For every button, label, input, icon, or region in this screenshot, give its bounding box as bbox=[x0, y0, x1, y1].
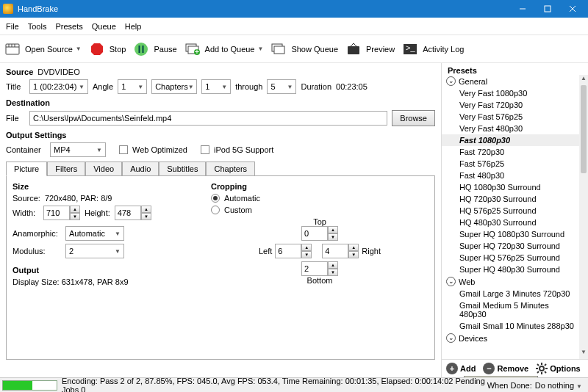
pause-button[interactable]: Pause bbox=[133, 41, 179, 57]
preset-item[interactable]: Very Fast 480p30 bbox=[442, 123, 579, 134]
preset-item[interactable]: Gmail Medium 5 Minutes 480p30 bbox=[442, 300, 579, 320]
svg-rect-4 bbox=[6, 44, 19, 54]
file-input[interactable] bbox=[29, 111, 387, 126]
anamorphic-label: Anamorphic: bbox=[12, 229, 61, 238]
tabstrip: Picture Filters Video Audio Subtitles Ch… bbox=[6, 161, 435, 176]
file-label: File bbox=[6, 114, 25, 123]
menu-tools[interactable]: Tools bbox=[28, 22, 47, 31]
crop-right-spin[interactable]: ▲▼ bbox=[322, 244, 359, 258]
activity-log-button[interactable]: >_ Activity Log bbox=[402, 41, 467, 57]
stop-button[interactable]: Stop bbox=[89, 41, 129, 57]
svg-rect-19 bbox=[348, 46, 359, 54]
crop-right-label: Right bbox=[362, 247, 381, 255]
crop-left-label: Left bbox=[259, 247, 272, 255]
add-to-queue-button[interactable]: + Add to Queue ▼ bbox=[184, 41, 267, 57]
when-done-select[interactable]: Do nothing ▼ bbox=[535, 381, 582, 390]
preset-add-button[interactable]: +Add bbox=[446, 363, 476, 374]
preset-actions: +Add −Remove Options Add a new preset. bbox=[442, 359, 588, 377]
crop-left-spin[interactable]: ▲▼ bbox=[275, 244, 312, 258]
preset-item[interactable]: Fast 480p30 bbox=[442, 170, 579, 181]
main: Source DVDVIDEO Title 1 (00:23:04)▼ Angl… bbox=[0, 63, 588, 377]
menu-presets[interactable]: Presets bbox=[55, 22, 82, 31]
preset-item[interactable]: Gmail Large 3 Minutes 720p30 bbox=[442, 288, 579, 300]
height-spin[interactable]: ▲▼ bbox=[115, 206, 151, 220]
preset-item[interactable]: Super HQ 720p30 Surround bbox=[442, 240, 579, 252]
close-button[interactable] bbox=[560, 0, 585, 18]
crop-bottom-spin[interactable]: ▲▼ bbox=[301, 261, 338, 276]
crop-top-spin[interactable]: ▲▼ bbox=[301, 226, 338, 241]
maximize-button[interactable] bbox=[535, 0, 560, 18]
container-label: Container bbox=[6, 145, 46, 154]
minimize-button[interactable] bbox=[510, 0, 535, 18]
browse-button[interactable]: Browse bbox=[392, 110, 435, 126]
modulus-select[interactable]: 2▼ bbox=[65, 244, 124, 258]
preset-group-general[interactable]: ⌄General bbox=[442, 75, 579, 87]
status-text: Encoding: Pass 2 of 2, 87.85%, FPS: 045.… bbox=[62, 377, 487, 393]
toolbar: Open Source ▼ Stop Pause + Add to Queue … bbox=[0, 35, 588, 63]
preset-item[interactable]: Fast 1080p30 bbox=[442, 134, 579, 146]
tab-subtitles[interactable]: Subtitles bbox=[159, 161, 206, 175]
preset-list[interactable]: ⌄General Very Fast 1080p30Very Fast 720p… bbox=[442, 75, 588, 359]
preset-item[interactable]: Fast 576p25 bbox=[442, 158, 579, 170]
left-pane: Source DVDVIDEO Title 1 (00:23:04)▼ Angl… bbox=[0, 63, 441, 377]
preset-group-devices[interactable]: ⌄Devices bbox=[442, 332, 579, 344]
angle-label: Angle bbox=[93, 82, 113, 91]
preset-item[interactable]: HQ 480p30 Surround bbox=[442, 217, 579, 228]
tab-picture-content: Size Source: 720x480, PAR: 8/9 Width: ▲▼… bbox=[6, 176, 435, 360]
svg-rect-11 bbox=[139, 46, 140, 53]
tab-audio[interactable]: Audio bbox=[122, 161, 159, 175]
app-icon bbox=[3, 4, 13, 14]
preset-item[interactable]: HQ 720p30 Surround bbox=[442, 193, 579, 205]
ipod-checkbox[interactable] bbox=[201, 145, 209, 154]
terminal-icon: >_ bbox=[402, 41, 418, 57]
preset-item[interactable]: Super HQ 1080p30 Surround bbox=[442, 228, 579, 240]
tab-chapters[interactable]: Chapters bbox=[206, 161, 255, 175]
menu-help[interactable]: Help bbox=[125, 22, 142, 31]
menu-file[interactable]: File bbox=[6, 22, 19, 31]
crop-automatic-radio[interactable] bbox=[211, 194, 220, 203]
anamorphic-select[interactable]: Automatic▼ bbox=[65, 226, 124, 241]
svg-line-31 bbox=[545, 364, 546, 366]
pause-icon bbox=[133, 41, 149, 57]
show-queue-button[interactable]: Show Queue bbox=[270, 41, 341, 57]
crop-custom-radio[interactable] bbox=[211, 206, 220, 214]
open-source-button[interactable]: Open Source ▼ bbox=[4, 41, 85, 57]
preset-item[interactable]: Very Fast 576p25 bbox=[442, 111, 579, 123]
tab-picture[interactable]: Picture bbox=[6, 161, 47, 176]
tv-icon bbox=[345, 41, 362, 57]
preset-item[interactable]: Super HQ 480p30 Surround bbox=[442, 264, 579, 275]
title-select[interactable]: 1 (00:23:04)▼ bbox=[29, 79, 88, 94]
crop-bottom-label: Bottom bbox=[254, 276, 386, 285]
minus-icon: − bbox=[483, 363, 495, 374]
modulus-label: Modulus: bbox=[12, 247, 61, 255]
preset-item[interactable]: HQ 576p25 Surround bbox=[442, 205, 579, 217]
svg-line-20 bbox=[351, 43, 354, 46]
tab-filters[interactable]: Filters bbox=[47, 161, 85, 175]
output-value: Display Size: 631x478, PAR 8x9 bbox=[12, 277, 129, 286]
preset-item[interactable]: Very Fast 720p30 bbox=[442, 99, 579, 111]
preset-item[interactable]: HQ 1080p30 Surround bbox=[442, 181, 579, 193]
menu-queue[interactable]: Queue bbox=[92, 22, 116, 31]
preset-item[interactable]: Fast 720p30 bbox=[442, 146, 579, 158]
preset-item[interactable]: Very Fast 1080p30 bbox=[442, 87, 579, 99]
angle-select[interactable]: 1▼ bbox=[118, 79, 147, 94]
preset-item[interactable]: Gmail Small 10 Minutes 288p30 bbox=[442, 320, 579, 332]
web-optimized-checkbox[interactable] bbox=[119, 145, 128, 154]
duration-value: 00:23:05 bbox=[336, 82, 368, 91]
width-spin[interactable]: ▲▼ bbox=[43, 206, 80, 220]
range-from-select[interactable]: 1▼ bbox=[201, 79, 231, 94]
range-type-select[interactable]: Chapters▼ bbox=[151, 79, 197, 94]
preset-item[interactable]: Super HQ 576p25 Surround bbox=[442, 252, 579, 264]
preset-options-button[interactable]: Options bbox=[536, 363, 581, 374]
destination-label: Destination bbox=[6, 98, 50, 107]
presets-scrollbar[interactable]: ▲ ▼ bbox=[579, 75, 588, 359]
tab-video[interactable]: Video bbox=[85, 161, 122, 175]
svg-line-30 bbox=[545, 371, 546, 373]
range-to-select[interactable]: 5▼ bbox=[267, 79, 296, 94]
container-select[interactable]: MP4▼ bbox=[50, 142, 106, 157]
when-done-label: When Done: bbox=[487, 381, 532, 390]
preview-button[interactable]: Preview bbox=[345, 41, 398, 57]
preset-group-web[interactable]: ⌄Web bbox=[442, 275, 579, 288]
preset-remove-button[interactable]: −Remove bbox=[483, 363, 528, 374]
statusbar: Encoding: Pass 2 of 2, 87.85%, FPS: 045.… bbox=[0, 377, 588, 392]
